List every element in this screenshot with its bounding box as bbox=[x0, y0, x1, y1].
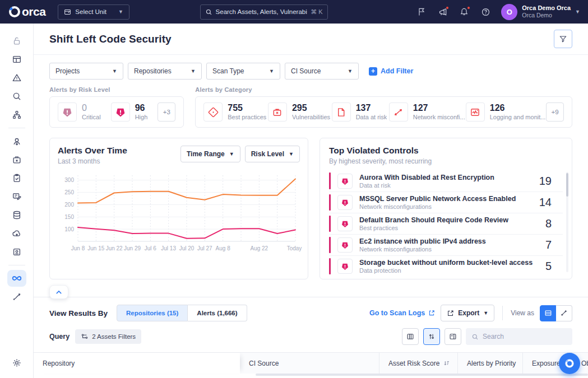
svg-text:Today: Today bbox=[287, 245, 302, 251]
filter-dropdown-scan-type[interactable]: Scan Type▼ bbox=[206, 63, 280, 80]
select-unit-dropdown[interactable]: Select Unit ▼ bbox=[58, 4, 129, 20]
tab-repositories[interactable]: Repositories (15) bbox=[117, 305, 188, 321]
scrollbar-thumb[interactable] bbox=[566, 173, 568, 197]
risk-critical[interactable]: 0 Critical bbox=[58, 102, 101, 122]
chart-title: Alerts Over Time bbox=[58, 146, 127, 156]
columns-icon[interactable] bbox=[402, 328, 419, 345]
notes-icon[interactable] bbox=[7, 188, 26, 205]
category-logging-monitoring[interactable]: 126 Logging and monit... bbox=[466, 102, 540, 122]
diamond-alert-icon bbox=[208, 107, 219, 118]
pipeline-icon[interactable] bbox=[7, 288, 26, 305]
divider bbox=[502, 306, 503, 320]
column-header-repository[interactable]: Repository bbox=[34, 353, 240, 374]
table-view-icon[interactable] bbox=[540, 305, 556, 321]
filter-dropdown-projects[interactable]: Projects▼ bbox=[49, 63, 123, 80]
risk-level-heading: Alerts by Risk Level bbox=[49, 86, 184, 93]
violated-controls-list: Aurora With Disabled at Rest Encryption … bbox=[329, 170, 563, 277]
alerts-icon[interactable] bbox=[7, 69, 26, 86]
attack-path-icon[interactable] bbox=[7, 133, 26, 150]
chevron-down-icon: ▼ bbox=[483, 310, 488, 316]
add-filter-button[interactable]: + Add Filter bbox=[369, 67, 413, 76]
more-categories-chip[interactable]: +9 bbox=[546, 102, 564, 122]
dashboard-icon[interactable] bbox=[7, 51, 26, 68]
category-vulnerabilities[interactable]: 295 Vulnerabilities bbox=[268, 102, 326, 122]
chevron-down-icon: ▼ bbox=[348, 68, 353, 74]
sidebar-divider bbox=[8, 128, 25, 128]
sidebar-nav bbox=[0, 24, 34, 378]
monitor-chart-icon bbox=[470, 107, 480, 118]
collapse-section-button[interactable] bbox=[49, 285, 68, 299]
flag-icon[interactable] bbox=[414, 4, 429, 20]
flow-view-icon[interactable] bbox=[556, 305, 572, 321]
global-search[interactable]: ⌘ K bbox=[200, 4, 328, 20]
violated-control-row[interactable]: Default Branch Should Require Code Revie… bbox=[329, 213, 563, 234]
filter-bar: Projects▼ Repositories▼ Scan Type▼ CI So… bbox=[34, 55, 588, 86]
svg-text:250: 250 bbox=[64, 189, 74, 195]
funnel-icon bbox=[559, 35, 567, 43]
violated-control-row[interactable]: Aurora With Disabled at Rest Encryption … bbox=[329, 170, 563, 192]
top-navbar: orca Select Unit ▼ ⌘ K bbox=[0, 0, 588, 24]
help-icon[interactable] bbox=[478, 4, 493, 20]
query-label: Query bbox=[49, 333, 70, 340]
global-search-input[interactable] bbox=[216, 8, 308, 15]
svg-text:Jun 15: Jun 15 bbox=[87, 245, 104, 251]
category-network-misconfigurations[interactable]: 127 Network misconfi... bbox=[389, 102, 460, 122]
policy-clipboard-icon[interactable] bbox=[7, 170, 26, 186]
violation-count: 5 bbox=[545, 260, 552, 273]
search-shortcut: ⌘ K bbox=[311, 8, 322, 16]
results-tabs: Repositories (15) Alerts (1,666) bbox=[117, 305, 247, 321]
data-security-icon[interactable] bbox=[7, 207, 26, 223]
side-panel-icon[interactable] bbox=[445, 328, 461, 345]
notifications-icon[interactable] bbox=[456, 4, 472, 20]
column-header-alerts-by-priority[interactable]: Alerts by Priority bbox=[457, 353, 522, 374]
sidebar-divider bbox=[8, 265, 25, 265]
risk-high[interactable]: 96 High bbox=[111, 102, 148, 122]
export-button[interactable]: Export ▼ bbox=[441, 305, 494, 321]
violated-control-row[interactable]: Ec2 instance with public IPv4 address Ne… bbox=[329, 234, 563, 255]
filter-dropdown-ci-source[interactable]: CI Source▼ bbox=[285, 63, 359, 80]
orca-assistant-fab[interactable] bbox=[559, 353, 580, 374]
filter-funnel-button[interactable] bbox=[554, 30, 572, 48]
sort-icon[interactable] bbox=[423, 328, 440, 345]
risk-level-dropdown[interactable]: Risk Level▼ bbox=[245, 146, 300, 162]
go-to-scan-logs-link[interactable]: Go to Scan Logs bbox=[369, 309, 435, 317]
document-icon bbox=[336, 107, 346, 118]
column-header-ci-source[interactable]: CI Source bbox=[240, 353, 379, 374]
category-data-at-risk[interactable]: 137 Data at risk bbox=[332, 102, 383, 122]
table-search-input[interactable] bbox=[483, 333, 567, 340]
chart-subtitle: Last 3 months bbox=[58, 157, 127, 165]
horizontal-scrollbar[interactable] bbox=[256, 374, 588, 376]
svg-text:Jul 27: Jul 27 bbox=[197, 245, 212, 251]
time-range-dropdown[interactable]: Time Range▼ bbox=[180, 146, 240, 162]
shift-left-infinity-icon[interactable] bbox=[7, 270, 26, 287]
chevron-down-icon: ▼ bbox=[289, 151, 294, 157]
avatar: O bbox=[501, 4, 517, 20]
settings-gear-icon[interactable] bbox=[7, 354, 26, 371]
violated-control-row[interactable]: MSSQL Server Public Network Access Enabl… bbox=[329, 192, 563, 213]
svg-text:100: 100 bbox=[64, 226, 74, 232]
alerts-over-time-chart[interactable]: 100150200250300Jun 8Jun 15Jun 22Jun 29Ju… bbox=[58, 171, 300, 263]
chevron-down-icon: ▼ bbox=[118, 9, 123, 15]
lock-icon[interactable] bbox=[7, 32, 26, 49]
user-menu[interactable]: O Orca Demo Orca Orca Demo ▼ bbox=[501, 4, 580, 20]
cloud-accounts-icon[interactable] bbox=[7, 225, 26, 242]
severity-bar bbox=[329, 172, 331, 189]
orca-logo[interactable]: orca bbox=[8, 5, 45, 18]
identity-card-icon[interactable] bbox=[7, 244, 26, 260]
sort-descending-icon[interactable] bbox=[443, 360, 450, 366]
filter-dropdown-repositories[interactable]: Repositories▼ bbox=[128, 63, 202, 80]
more-risk-levels-chip[interactable]: +3 bbox=[158, 102, 175, 122]
assets-filters-chip[interactable]: 2 Assets Filters bbox=[75, 329, 141, 344]
violation-count: 8 bbox=[545, 217, 552, 230]
category-best-practices[interactable]: 755 Best practices bbox=[203, 102, 262, 122]
tab-alerts[interactable]: Alerts (1,666) bbox=[188, 305, 247, 321]
inventory-graph-icon[interactable] bbox=[7, 106, 26, 123]
violated-title: Top Violated Controls bbox=[329, 146, 563, 156]
violated-control-row[interactable]: Storage bucket without uniform bucket-le… bbox=[329, 255, 563, 277]
category-heading: Alerts by Category bbox=[195, 86, 572, 93]
announcements-icon[interactable] bbox=[435, 4, 451, 20]
compliance-case-icon[interactable] bbox=[7, 151, 26, 168]
column-header-asset-risk-score[interactable]: Asset Risk Score bbox=[379, 353, 457, 374]
search-icon[interactable] bbox=[7, 88, 26, 105]
table-search[interactable] bbox=[466, 328, 572, 345]
